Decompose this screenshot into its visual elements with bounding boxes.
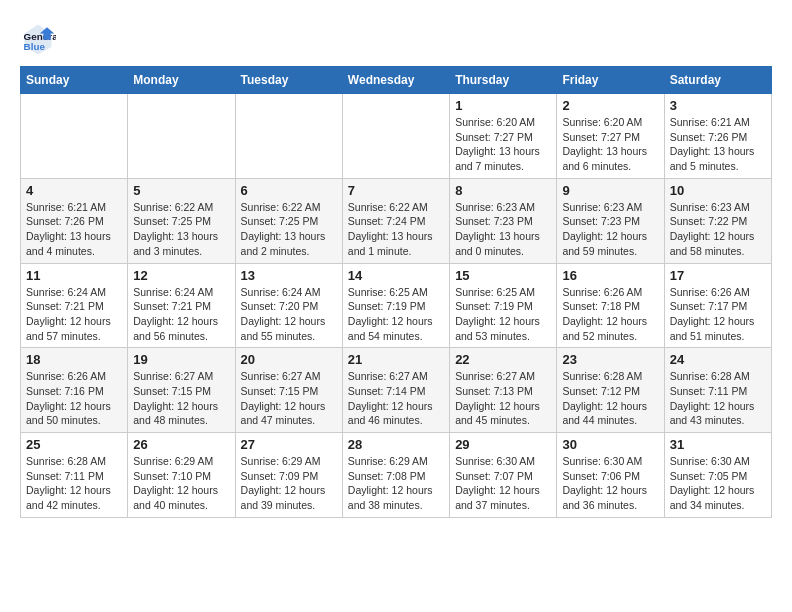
day-number: 23: [562, 352, 658, 367]
calendar-cell: 24Sunrise: 6:28 AM Sunset: 7:11 PM Dayli…: [664, 348, 771, 433]
calendar-header-row: SundayMondayTuesdayWednesdayThursdayFrid…: [21, 67, 772, 94]
day-number: 14: [348, 268, 444, 283]
day-number: 12: [133, 268, 229, 283]
day-info: Sunrise: 6:27 AM Sunset: 7:13 PM Dayligh…: [455, 369, 551, 428]
day-info: Sunrise: 6:23 AM Sunset: 7:23 PM Dayligh…: [455, 200, 551, 259]
calendar-cell: 3Sunrise: 6:21 AM Sunset: 7:26 PM Daylig…: [664, 94, 771, 179]
page-header: General Blue: [20, 20, 772, 56]
calendar-week-4: 18Sunrise: 6:26 AM Sunset: 7:16 PM Dayli…: [21, 348, 772, 433]
day-number: 18: [26, 352, 122, 367]
day-info: Sunrise: 6:22 AM Sunset: 7:24 PM Dayligh…: [348, 200, 444, 259]
day-info: Sunrise: 6:29 AM Sunset: 7:08 PM Dayligh…: [348, 454, 444, 513]
day-number: 31: [670, 437, 766, 452]
day-number: 21: [348, 352, 444, 367]
day-info: Sunrise: 6:29 AM Sunset: 7:09 PM Dayligh…: [241, 454, 337, 513]
day-info: Sunrise: 6:20 AM Sunset: 7:27 PM Dayligh…: [455, 115, 551, 174]
calendar-cell: [342, 94, 449, 179]
calendar-cell: 27Sunrise: 6:29 AM Sunset: 7:09 PM Dayli…: [235, 433, 342, 518]
day-number: 7: [348, 183, 444, 198]
calendar-cell: 30Sunrise: 6:30 AM Sunset: 7:06 PM Dayli…: [557, 433, 664, 518]
day-info: Sunrise: 6:23 AM Sunset: 7:23 PM Dayligh…: [562, 200, 658, 259]
day-info: Sunrise: 6:24 AM Sunset: 7:21 PM Dayligh…: [133, 285, 229, 344]
day-info: Sunrise: 6:28 AM Sunset: 7:11 PM Dayligh…: [670, 369, 766, 428]
calendar-cell: 14Sunrise: 6:25 AM Sunset: 7:19 PM Dayli…: [342, 263, 449, 348]
day-info: Sunrise: 6:26 AM Sunset: 7:16 PM Dayligh…: [26, 369, 122, 428]
day-info: Sunrise: 6:24 AM Sunset: 7:21 PM Dayligh…: [26, 285, 122, 344]
weekday-header-saturday: Saturday: [664, 67, 771, 94]
calendar-cell: [21, 94, 128, 179]
day-info: Sunrise: 6:30 AM Sunset: 7:07 PM Dayligh…: [455, 454, 551, 513]
day-info: Sunrise: 6:28 AM Sunset: 7:11 PM Dayligh…: [26, 454, 122, 513]
calendar-cell: 7Sunrise: 6:22 AM Sunset: 7:24 PM Daylig…: [342, 178, 449, 263]
calendar-cell: 12Sunrise: 6:24 AM Sunset: 7:21 PM Dayli…: [128, 263, 235, 348]
calendar-cell: 9Sunrise: 6:23 AM Sunset: 7:23 PM Daylig…: [557, 178, 664, 263]
weekday-header-friday: Friday: [557, 67, 664, 94]
calendar-cell: 11Sunrise: 6:24 AM Sunset: 7:21 PM Dayli…: [21, 263, 128, 348]
day-info: Sunrise: 6:22 AM Sunset: 7:25 PM Dayligh…: [133, 200, 229, 259]
day-number: 3: [670, 98, 766, 113]
calendar-cell: 25Sunrise: 6:28 AM Sunset: 7:11 PM Dayli…: [21, 433, 128, 518]
day-number: 17: [670, 268, 766, 283]
calendar-cell: 6Sunrise: 6:22 AM Sunset: 7:25 PM Daylig…: [235, 178, 342, 263]
logo: General Blue: [20, 20, 62, 56]
weekday-header-wednesday: Wednesday: [342, 67, 449, 94]
calendar-cell: 8Sunrise: 6:23 AM Sunset: 7:23 PM Daylig…: [450, 178, 557, 263]
calendar-cell: 18Sunrise: 6:26 AM Sunset: 7:16 PM Dayli…: [21, 348, 128, 433]
calendar-cell: 28Sunrise: 6:29 AM Sunset: 7:08 PM Dayli…: [342, 433, 449, 518]
calendar-cell: 10Sunrise: 6:23 AM Sunset: 7:22 PM Dayli…: [664, 178, 771, 263]
day-info: Sunrise: 6:21 AM Sunset: 7:26 PM Dayligh…: [670, 115, 766, 174]
calendar-cell: 19Sunrise: 6:27 AM Sunset: 7:15 PM Dayli…: [128, 348, 235, 433]
logo-icon: General Blue: [20, 20, 56, 56]
weekday-header-sunday: Sunday: [21, 67, 128, 94]
calendar-week-2: 4Sunrise: 6:21 AM Sunset: 7:26 PM Daylig…: [21, 178, 772, 263]
day-number: 16: [562, 268, 658, 283]
calendar-cell: 31Sunrise: 6:30 AM Sunset: 7:05 PM Dayli…: [664, 433, 771, 518]
calendar-cell: 1Sunrise: 6:20 AM Sunset: 7:27 PM Daylig…: [450, 94, 557, 179]
calendar-cell: 17Sunrise: 6:26 AM Sunset: 7:17 PM Dayli…: [664, 263, 771, 348]
calendar-cell: 15Sunrise: 6:25 AM Sunset: 7:19 PM Dayli…: [450, 263, 557, 348]
day-info: Sunrise: 6:21 AM Sunset: 7:26 PM Dayligh…: [26, 200, 122, 259]
day-info: Sunrise: 6:26 AM Sunset: 7:17 PM Dayligh…: [670, 285, 766, 344]
svg-text:Blue: Blue: [24, 41, 46, 52]
day-number: 27: [241, 437, 337, 452]
calendar-cell: 23Sunrise: 6:28 AM Sunset: 7:12 PM Dayli…: [557, 348, 664, 433]
day-info: Sunrise: 6:25 AM Sunset: 7:19 PM Dayligh…: [455, 285, 551, 344]
calendar-week-1: 1Sunrise: 6:20 AM Sunset: 7:27 PM Daylig…: [21, 94, 772, 179]
weekday-header-monday: Monday: [128, 67, 235, 94]
day-info: Sunrise: 6:30 AM Sunset: 7:05 PM Dayligh…: [670, 454, 766, 513]
calendar-cell: 13Sunrise: 6:24 AM Sunset: 7:20 PM Dayli…: [235, 263, 342, 348]
day-number: 10: [670, 183, 766, 198]
day-info: Sunrise: 6:27 AM Sunset: 7:15 PM Dayligh…: [241, 369, 337, 428]
day-number: 26: [133, 437, 229, 452]
day-number: 1: [455, 98, 551, 113]
day-number: 28: [348, 437, 444, 452]
calendar: SundayMondayTuesdayWednesdayThursdayFrid…: [20, 66, 772, 518]
day-info: Sunrise: 6:24 AM Sunset: 7:20 PM Dayligh…: [241, 285, 337, 344]
day-number: 2: [562, 98, 658, 113]
weekday-header-tuesday: Tuesday: [235, 67, 342, 94]
day-number: 30: [562, 437, 658, 452]
day-info: Sunrise: 6:25 AM Sunset: 7:19 PM Dayligh…: [348, 285, 444, 344]
day-number: 15: [455, 268, 551, 283]
calendar-cell: [235, 94, 342, 179]
day-info: Sunrise: 6:20 AM Sunset: 7:27 PM Dayligh…: [562, 115, 658, 174]
weekday-header-thursday: Thursday: [450, 67, 557, 94]
day-number: 25: [26, 437, 122, 452]
day-number: 5: [133, 183, 229, 198]
day-info: Sunrise: 6:30 AM Sunset: 7:06 PM Dayligh…: [562, 454, 658, 513]
day-info: Sunrise: 6:26 AM Sunset: 7:18 PM Dayligh…: [562, 285, 658, 344]
day-number: 6: [241, 183, 337, 198]
day-info: Sunrise: 6:29 AM Sunset: 7:10 PM Dayligh…: [133, 454, 229, 513]
day-number: 8: [455, 183, 551, 198]
calendar-week-3: 11Sunrise: 6:24 AM Sunset: 7:21 PM Dayli…: [21, 263, 772, 348]
calendar-cell: 2Sunrise: 6:20 AM Sunset: 7:27 PM Daylig…: [557, 94, 664, 179]
day-info: Sunrise: 6:22 AM Sunset: 7:25 PM Dayligh…: [241, 200, 337, 259]
calendar-cell: 5Sunrise: 6:22 AM Sunset: 7:25 PM Daylig…: [128, 178, 235, 263]
day-info: Sunrise: 6:28 AM Sunset: 7:12 PM Dayligh…: [562, 369, 658, 428]
day-info: Sunrise: 6:27 AM Sunset: 7:14 PM Dayligh…: [348, 369, 444, 428]
day-number: 4: [26, 183, 122, 198]
calendar-cell: 29Sunrise: 6:30 AM Sunset: 7:07 PM Dayli…: [450, 433, 557, 518]
day-number: 9: [562, 183, 658, 198]
calendar-cell: 26Sunrise: 6:29 AM Sunset: 7:10 PM Dayli…: [128, 433, 235, 518]
day-number: 29: [455, 437, 551, 452]
